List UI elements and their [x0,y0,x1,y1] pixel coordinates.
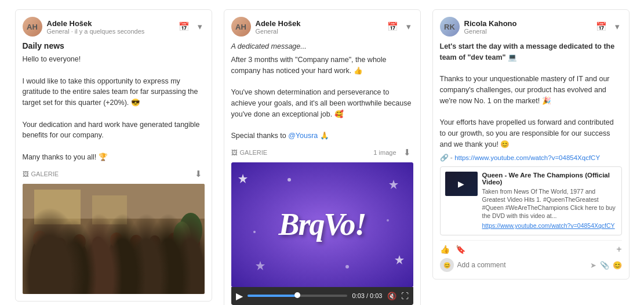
svg-point-20 [184,244,203,294]
author-meta-3: General [464,28,517,35]
thumbs-up-icon[interactable]: 👍 [440,245,450,254]
author-name-3: Ricola Kahono [464,19,517,28]
send-icon[interactable]: ➤ [590,261,596,270]
download-button-2[interactable]: ⬇ [401,146,413,159]
avatar-2: AH [231,17,251,37]
card-actions-3: 📅 ▾ [594,20,622,33]
author-meta-2: General [256,28,301,35]
svg-point-17 [149,235,161,249]
author-details-3: Ricola Kahono General [464,19,517,35]
svg-point-7 [54,238,66,252]
youtube-preview: Queen - We Are The Champions (Official V… [440,166,622,236]
svg-point-22 [179,213,202,248]
chevron-button-2[interactable]: ▾ [404,20,413,33]
image-count-area: 1 image ⬇ [373,146,413,159]
gif-display: BrqVo! [231,162,413,287]
comment-actions: ➤ 📎 😊 [590,261,622,270]
svg-point-15 [130,235,143,250]
svg-point-31 [387,219,389,222]
video-controls: ▶ 0:03 / 0:03 🔇 ⛶ [231,287,413,305]
yt-thumbnail [445,172,478,196]
author-details-1: Adele Hošek General · il y a quelques se… [47,19,145,35]
post-title-1: Daily news [23,41,205,50]
gallery-bar-2: 🖼 GALERIE 1 image ⬇ [231,145,413,160]
calendar-button-2[interactable]: 📅 [385,20,401,33]
author-info-3: RK Ricola Kahono General [440,17,517,37]
svg-point-14 [127,242,145,294]
svg-point-21 [187,236,200,251]
svg-point-10 [89,244,107,294]
card-actions-1: 📅 ▾ [176,20,205,33]
commenter-avatar: 😊 [440,258,454,272]
reaction-icons: 👍 🔖 [440,245,465,254]
author-name-1: Adele Hošek [47,19,145,28]
svg-point-23 [173,222,191,250]
avatar-1: AH [23,17,42,37]
yt-info: Queen - We Are The Champions (Official V… [482,172,617,231]
image-icon-1: 🖼 [23,170,29,177]
comment-input[interactable] [457,261,587,269]
svg-point-13 [110,233,123,248]
play-button[interactable]: ▶ [236,291,243,302]
author-details-2: Adele Hošek General [256,19,301,35]
chevron-button-3[interactable]: ▾ [613,20,622,33]
youtube-link-area: 🔗 - https://www.youtube.com/watch?v=0485… [440,154,622,162]
svg-point-4 [30,239,50,294]
card-header-1: AH Adele Hošek General · il y a quelques… [23,17,205,37]
calendar-button-3[interactable]: 📅 [594,20,609,33]
gif-text: BrqVo! [278,206,365,242]
reaction-bar: 👍 🔖 + [440,240,622,255]
svg-point-16 [145,242,165,294]
chevron-button-1[interactable]: ▾ [195,20,205,33]
svg-rect-2 [34,190,81,224]
download-button-1[interactable]: ⬇ [192,168,205,180]
youtube-url-link[interactable]: https://www.youtube.com/watch?v=04854Xqc… [454,154,600,161]
svg-point-29 [288,178,291,181]
card-music: RK Ricola Kahono General 📅 ▾ Let's start… [432,9,630,279]
emoji-icon[interactable]: 😊 [613,261,622,270]
avatar-3: RK [440,17,460,37]
svg-point-32 [253,231,256,233]
card-header-3: RK Ricola Kahono General 📅 ▾ [440,17,622,37]
author-info-1: AH Adele Hošek General · il y a quelques… [23,17,145,37]
svg-point-18 [164,241,185,294]
svg-point-5 [33,231,47,247]
commenter-icon: 😊 [443,262,450,268]
svg-point-11 [92,237,104,250]
post-body-1: Hello to everyone! I would like to take … [23,54,205,163]
time-display: 0:03 / 0:03 [352,292,382,299]
calendar-button-1[interactable]: 📅 [176,20,192,33]
yt-preview-link[interactable]: https://www.youtube.com/watch?v=04854Xqc… [482,222,615,229]
image-icon-2: 🖼 [231,149,238,156]
fullscreen-button[interactable]: ⛶ [401,292,409,300]
author-meta-1: General · il y a quelques secondes [47,28,145,35]
svg-point-9 [73,234,86,249]
svg-point-6 [51,245,70,294]
yt-title: Queen - We Are The Champions (Official V… [482,172,617,186]
svg-point-30 [345,265,349,268]
progress-fill [248,295,297,297]
attachment-icon[interactable]: 📎 [600,261,609,270]
yt-description: Taken from News Of The World, 1977 and G… [482,187,617,220]
comment-bar: 😊 ➤ 📎 😊 [440,258,622,272]
bookmark-icon[interactable]: 🔖 [456,245,465,254]
svg-rect-3 [92,195,127,224]
add-reaction-button[interactable]: + [616,244,621,255]
svg-point-19 [168,233,181,249]
gif-media-container: BrqVo! ▶ 0:03 / 0:03 🔇 ⛶ [231,162,413,305]
gallery-bar-1: 🖼 GALERIE ⬇ [23,166,205,181]
author-info-2: AH Adele Hošek General [231,17,301,37]
volume-button[interactable]: 🔇 [387,292,396,300]
progress-bar[interactable] [248,295,348,297]
gallery-label-2: 🖼 GALERIE [231,149,268,156]
svg-point-12 [106,240,127,294]
svg-point-8 [70,242,89,294]
post-intro-2: A dedicated message... [231,41,413,52]
progress-dot [294,292,300,298]
group-photo [23,184,205,294]
group-photo-bg [23,184,205,294]
card-actions-2: 📅 ▾ [385,20,413,33]
author-name-2: Adele Hošek [256,19,301,28]
post-body-2: After 3 months with "Company name", the … [231,55,413,141]
svg-rect-1 [23,219,205,294]
